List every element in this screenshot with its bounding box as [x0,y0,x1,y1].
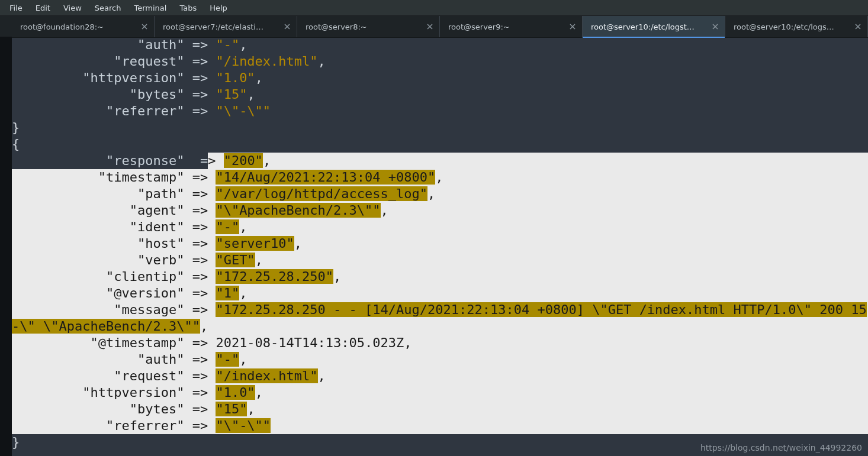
tabbar: root@foundation28:~ root@server7:/etc/el… [0,16,868,38]
tab-label: root@server10:/etc/logst… [591,22,707,31]
close-icon[interactable] [425,22,435,31]
menu-help[interactable]: Help [204,2,233,14]
close-icon[interactable] [711,22,720,31]
close-icon[interactable] [853,22,863,31]
tab-label: root@server9:~ [448,22,564,31]
tab-label: root@server8:~ [306,22,422,31]
tab-server10-logs[interactable]: root@server10:/etc/logs… [725,16,868,37]
close-icon[interactable] [568,22,577,31]
menu-file[interactable]: File [4,2,28,14]
tab-foundation28[interactable]: root@foundation28:~ [12,16,155,37]
menu-view[interactable]: View [57,2,88,14]
menu-tabs[interactable]: Tabs [173,2,202,14]
tab-server10-logstash[interactable]: root@server10:/etc/logst… [583,16,725,37]
menu-edit[interactable]: Edit [30,2,56,14]
scrollbar-track[interactable] [0,37,12,456]
close-icon[interactable] [140,22,149,31]
menubar: File Edit View Search Terminal Tabs Help [0,0,868,16]
tab-label: root@foundation28:~ [20,22,136,31]
tab-label: root@server10:/etc/logs… [734,22,850,31]
tab-server9[interactable]: root@server9:~ [440,16,583,37]
tab-server8[interactable]: root@server8:~ [297,16,440,37]
menu-search[interactable]: Search [89,2,127,14]
close-icon[interactable] [282,22,292,31]
menu-terminal[interactable]: Terminal [128,2,172,14]
tab-server7[interactable]: root@server7:/etc/elasti… [155,16,297,37]
tab-label: root@server7:/etc/elasti… [163,22,279,31]
terminal-output[interactable]: "auth" => "-", "request" => "/index.html… [12,37,868,456]
